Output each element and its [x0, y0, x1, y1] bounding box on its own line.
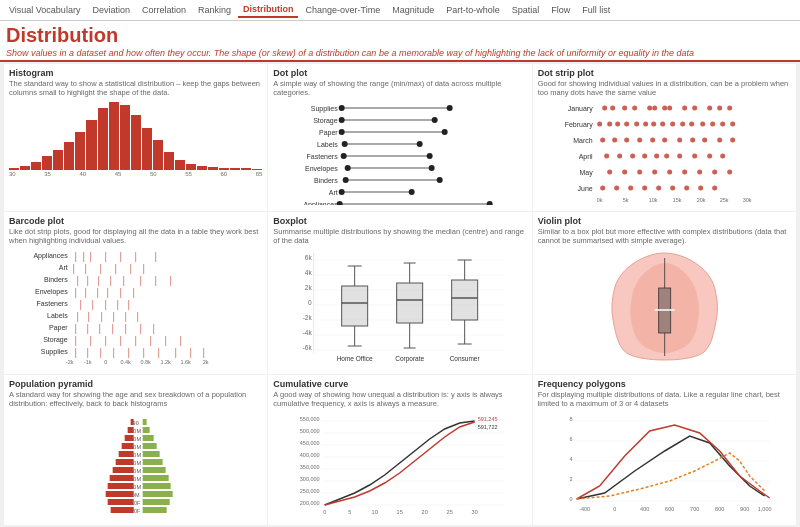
svg-point-62	[597, 122, 602, 127]
svg-point-33	[409, 189, 415, 195]
svg-point-78	[612, 138, 617, 143]
svg-rect-263	[108, 483, 134, 489]
pyramid-cell: Population pyramid A standard way for sh…	[4, 375, 267, 525]
svg-rect-266	[111, 507, 134, 513]
svg-point-84	[690, 138, 695, 143]
histogram-cell: Histogram The standard way to show a sta…	[4, 64, 267, 211]
svg-point-21	[432, 117, 438, 123]
svg-rect-271	[143, 451, 160, 457]
svg-point-24	[342, 141, 348, 147]
svg-text:6k: 6k	[305, 254, 313, 261]
svg-text:Appliances: Appliances	[304, 201, 339, 205]
histogram-bars	[9, 100, 262, 170]
nav-magnitude[interactable]: Magnitude	[387, 3, 439, 17]
svg-text:900: 900	[740, 506, 749, 512]
nav-ranking[interactable]: Ranking	[193, 3, 236, 17]
dot-strip-cell: Dot strip plot Good for showing individu…	[533, 64, 796, 211]
svg-point-115	[712, 186, 717, 191]
histogram-bar	[120, 105, 130, 170]
svg-text:800: 800	[715, 506, 724, 512]
svg-text:Labels: Labels	[47, 312, 68, 319]
svg-rect-269	[143, 435, 154, 441]
histogram-bar	[131, 115, 141, 170]
svg-point-28	[345, 165, 351, 171]
svg-rect-261	[113, 467, 134, 473]
histogram-bar	[219, 168, 229, 170]
svg-point-55	[662, 106, 667, 111]
svg-point-18	[339, 105, 345, 111]
svg-rect-258	[122, 443, 134, 449]
frequency-svg: 8 6 4 2 0 -400 0	[538, 411, 791, 519]
nav-full-list[interactable]: Full list	[577, 3, 615, 17]
svg-point-73	[700, 122, 705, 127]
svg-rect-274	[143, 475, 169, 481]
svg-text:-2k: -2k	[303, 314, 313, 321]
svg-point-58	[692, 106, 697, 111]
svg-rect-232	[452, 280, 478, 320]
svg-text:Envelopes: Envelopes	[305, 165, 338, 173]
svg-point-75	[720, 122, 725, 127]
svg-rect-277	[143, 499, 170, 505]
barcode-svg: Appliances Art Binders Envelopes Fastene…	[9, 248, 262, 366]
nav-change-over-time[interactable]: Change-over-Time	[300, 3, 385, 17]
svg-text:15: 15	[397, 509, 403, 515]
svg-text:4k: 4k	[305, 269, 313, 276]
svg-point-63	[607, 122, 612, 127]
svg-text:20k: 20k	[696, 197, 705, 203]
nav-deviation[interactable]: Deviation	[87, 3, 135, 17]
subtitle: Show values in a dataset and how often t…	[6, 48, 794, 58]
nav-visual-vocab[interactable]: Visual Vocabulary	[4, 3, 85, 17]
svg-point-59	[707, 106, 712, 111]
svg-text:600: 600	[665, 506, 674, 512]
histogram-bar	[142, 128, 152, 170]
svg-point-29	[429, 165, 435, 171]
page-title: Distribution	[6, 24, 794, 47]
svg-rect-275	[143, 483, 171, 489]
svg-point-112	[670, 186, 675, 191]
svg-point-69	[660, 122, 665, 127]
nav-spatial[interactable]: Spatial	[507, 3, 545, 17]
svg-point-30	[343, 177, 349, 183]
histogram-bar	[20, 166, 30, 170]
svg-rect-259	[119, 451, 134, 457]
histogram-bar	[175, 160, 185, 170]
svg-text:Envelopes: Envelopes	[35, 288, 68, 296]
svg-point-92	[654, 154, 659, 159]
svg-point-98	[607, 170, 612, 175]
svg-point-99	[622, 170, 627, 175]
svg-rect-264	[106, 491, 134, 497]
svg-text:Art: Art	[59, 264, 68, 271]
svg-text:6: 6	[569, 436, 572, 442]
histogram-bar	[208, 167, 218, 170]
svg-point-102	[667, 170, 672, 175]
svg-point-100	[637, 170, 642, 175]
svg-text:March: March	[573, 137, 593, 144]
svg-point-50	[610, 106, 615, 111]
histogram-bar	[53, 150, 63, 170]
svg-point-80	[637, 138, 642, 143]
nav-flow[interactable]: Flow	[546, 3, 575, 17]
svg-text:0.8k: 0.8k	[140, 359, 151, 365]
svg-text:5: 5	[348, 509, 351, 515]
dot-strip-title: Dot strip plot	[538, 68, 791, 78]
violin-title: Violin plot	[538, 216, 791, 226]
nav-part-to-whole[interactable]: Part-to-whole	[441, 3, 505, 17]
svg-text:1.2k: 1.2k	[160, 359, 171, 365]
svg-point-87	[730, 138, 735, 143]
svg-rect-255	[131, 419, 134, 425]
svg-text:10: 10	[372, 509, 378, 515]
nav-distribution[interactable]: Distribution	[238, 2, 299, 18]
pyramid-desc: A standard way for showing the age and s…	[9, 390, 262, 412]
svg-rect-268	[143, 427, 150, 433]
histogram-bar	[98, 108, 108, 170]
svg-text:0: 0	[569, 496, 572, 502]
svg-point-35	[487, 201, 493, 205]
dotplot-title: Dot plot	[273, 68, 526, 78]
histogram-title: Histogram	[9, 68, 262, 78]
svg-text:400,000: 400,000	[300, 452, 320, 458]
svg-point-74	[710, 122, 715, 127]
svg-point-105	[712, 170, 717, 175]
nav-correlation[interactable]: Correlation	[137, 3, 191, 17]
svg-rect-257	[125, 435, 134, 441]
svg-text:2: 2	[569, 476, 572, 482]
